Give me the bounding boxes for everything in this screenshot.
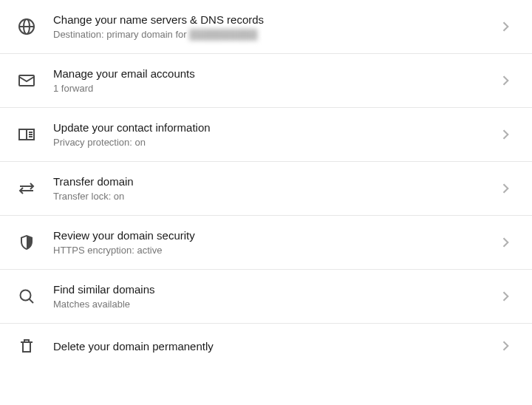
security-title: Review your domain security: [53, 229, 497, 242]
dns-subtitle-obscured: ██████████: [189, 29, 257, 40]
email-subtitle: 1 forward: [53, 83, 497, 94]
similar-item[interactable]: Find similar domains Matches available: [0, 270, 532, 324]
settings-list: Change your name servers & DNS records D…: [0, 0, 532, 368]
contact-icon: [18, 126, 53, 143]
globe-icon: [18, 18, 53, 35]
dns-subtitle: Destination: primary domain for ████████…: [53, 29, 497, 40]
similar-title: Find similar domains: [53, 283, 497, 296]
contact-title: Update your contact information: [53, 121, 497, 134]
search-icon: [18, 287, 53, 305]
similar-subtitle: Matches available: [53, 299, 497, 310]
chevron-right-icon: [497, 235, 514, 250]
delete-text: Delete your domain permanently: [53, 340, 497, 353]
contact-subtitle: Privacy protection: on: [53, 137, 497, 148]
chevron-right-icon: [497, 73, 514, 88]
chevron-right-icon: [497, 127, 514, 142]
shield-icon: [18, 234, 53, 251]
delete-item[interactable]: Delete your domain permanently: [0, 324, 532, 368]
chevron-right-icon: [497, 289, 514, 304]
mail-icon: [18, 72, 53, 89]
trash-icon: [18, 337, 53, 355]
dns-subtitle-prefix: Destination: primary domain for: [53, 29, 189, 40]
security-text: Review your domain security HTTPS encryp…: [53, 229, 497, 256]
transfer-title: Transfer domain: [53, 175, 497, 188]
chevron-right-icon: [497, 19, 514, 34]
security-item[interactable]: Review your domain security HTTPS encryp…: [0, 216, 532, 270]
transfer-text: Transfer domain Transfer lock: on: [53, 175, 497, 202]
contact-item[interactable]: Update your contact information Privacy …: [0, 108, 532, 162]
chevron-right-icon: [497, 181, 514, 196]
security-subtitle: HTTPS encryption: active: [53, 245, 497, 256]
transfer-icon: [18, 180, 53, 197]
email-title: Manage your email accounts: [53, 67, 497, 80]
dns-text: Change your name servers & DNS records D…: [53, 13, 497, 40]
delete-title: Delete your domain permanently: [53, 340, 497, 353]
email-text: Manage your email accounts 1 forward: [53, 67, 497, 94]
transfer-item[interactable]: Transfer domain Transfer lock: on: [0, 162, 532, 216]
contact-text: Update your contact information Privacy …: [53, 121, 497, 148]
email-item[interactable]: Manage your email accounts 1 forward: [0, 54, 532, 108]
svg-line-12: [30, 299, 34, 304]
similar-text: Find similar domains Matches available: [53, 283, 497, 310]
svg-point-11: [21, 290, 31, 301]
dns-item[interactable]: Change your name servers & DNS records D…: [0, 0, 532, 54]
chevron-right-icon: [497, 338, 514, 353]
dns-title: Change your name servers & DNS records: [53, 13, 497, 26]
transfer-subtitle: Transfer lock: on: [53, 191, 497, 202]
